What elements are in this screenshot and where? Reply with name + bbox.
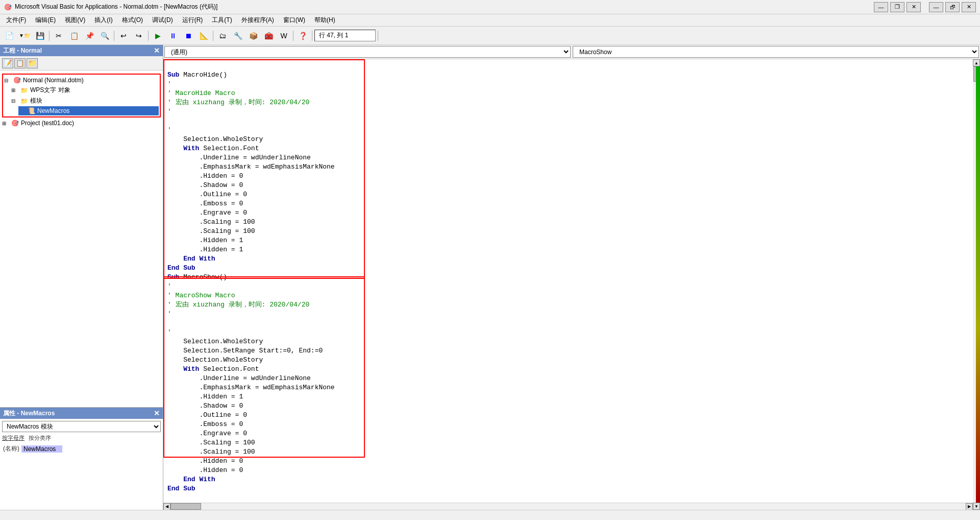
code-line-24: ' [167,282,172,290]
scroll-up-btn[interactable]: ▲ [973,59,980,66]
tb-word-basic[interactable]: W [277,29,291,42]
code-line-15: .Emboss = 0 [167,200,243,207]
vertical-scrollbar[interactable]: ▲ ▼ [973,59,980,510]
code-line-45: End With [167,476,215,483]
menu-file[interactable]: 文件(F) [2,15,30,26]
proj-view-object[interactable]: 📋 [14,58,26,68]
tb-reset[interactable]: ⏹ [181,29,195,42]
tb-proj-explorer[interactable]: 🗂 [215,29,230,42]
expander-project: ⊞ [2,121,9,126]
right-panel: (通用) MacroShow Sub MacroHide() ' ' Macro… [163,45,980,510]
code-line-21: End With [167,255,215,263]
properties-dropdown[interactable]: NewMacros 模块 [2,421,161,432]
tb-redo[interactable]: ↪ [132,29,146,42]
code-line-7: ' [167,126,172,134]
code-line-25: ' MacroShow Macro [167,292,235,299]
tb-help[interactable]: ❓ [296,29,310,42]
tb-sep-2 [114,31,114,41]
tb-props[interactable]: 🔧 [231,29,245,42]
menu-debug[interactable]: 调试(D) [148,15,177,26]
status-position: 行 47, 列 1 [314,30,376,41]
restore-button[interactable]: ❐ [890,2,904,12]
scroll-left-btn[interactable]: ◀ [163,503,170,510]
minimize-button-2[interactable]: — [929,2,943,12]
code-line-43: .Hidden = 0 [167,457,243,465]
scroll-right-btn[interactable]: ▶ [966,503,973,510]
code-scroll-area[interactable]: Sub MacroHide() ' ' MacroHide Macro ' 宏由… [163,59,973,503]
horizontal-scrollbar[interactable]: ◀ ▶ [163,503,973,510]
tb-sep-5 [293,31,293,41]
props-name-label: (名称) [3,444,19,453]
props-name-value: NewMacros [21,445,62,453]
code-line-29: ' [167,328,172,336]
title-bar-content: 🎯 Microsoft Visual Basic for Application… [4,3,217,11]
code-line-33: With Selection.Font [167,365,259,373]
code-line-13: .Shadow = 0 [167,181,243,189]
props-sort-row: 按字母序 按分类序 [2,434,161,442]
horiz-scroll-thumb[interactable] [170,503,201,510]
tb-paste[interactable]: 📌 [82,29,96,42]
restore-button-2[interactable]: 🗗 [945,2,960,12]
tb-obj-browser[interactable]: 📦 [246,29,260,42]
menu-bar: 文件(F) 编辑(E) 视图(V) 插入(I) 格式(O) 调试(D) 运行(R… [0,14,980,27]
project-label: Project (test01.doc) [21,120,74,127]
expander-wps: ⊞ [11,87,18,93]
expander-normal: ⊟ [4,78,11,83]
expander-newmacros [18,108,26,114]
menu-help[interactable]: 帮助(H) [310,15,339,26]
menu-addins[interactable]: 外接程序(A) [237,15,278,26]
project-tree[interactable]: ⊟ 🎯 Normal (Normal.dotm) ⊞ 📁 WPS文字 对象 ⊟ … [0,70,163,407]
menu-view[interactable]: 视图(V) [61,15,89,26]
code-line-16: .Engrave = 0 [167,209,247,217]
tb-sep-1 [49,31,50,41]
status-bar [0,510,980,520]
project-panel: 工程 - Normal ✕ 📝 📋 📁 ⊟ 🎯 Normal (Normal.d… [0,45,163,408]
tree-item-wps[interactable]: ⊞ 📁 WPS文字 对象 [11,85,159,96]
tb-open[interactable]: ▼📁 [17,29,32,42]
left-panel: 工程 - Normal ✕ 📝 📋 📁 ⊟ 🎯 Normal (Normal.d… [0,45,163,510]
menu-tools[interactable]: 工具(T) [208,15,236,26]
proj-toggle-folders[interactable]: 📁 [27,58,38,68]
app-icon: 🎯 [4,4,12,11]
code-line-4: ' 宏由 xiuzhang 录制，时间: 2020/04/20 [167,99,309,106]
code-line-26: ' 宏由 xiuzhang 录制，时间: 2020/04/20 [167,301,309,309]
code-content: Sub MacroHide() ' ' MacroHide Macro ' 宏由… [163,59,973,503]
tb-toolbox[interactable]: 🧰 [261,29,276,42]
tb-undo[interactable]: ↩ [116,29,131,42]
tree-item-newmacros[interactable]: 📜 NewMacros [18,106,159,115]
code-line-10: .Underline = wdUnderlineNone [167,154,311,161]
tb-new[interactable]: 📄 [2,29,16,42]
tb-find[interactable]: 🔍 [97,29,112,42]
close-button-2[interactable]: ✕ [962,2,976,12]
tb-cut[interactable]: ✂ [52,29,66,42]
menu-run[interactable]: 运行(R) [178,15,207,26]
menu-format[interactable]: 格式(O) [118,15,147,26]
horiz-scroll-track[interactable] [170,503,966,510]
minimize-button[interactable]: — [874,2,888,12]
tb-copy[interactable]: 📋 [67,29,81,42]
menu-insert[interactable]: 插入(I) [90,15,116,26]
code-line-38: .Outline = 0 [167,411,247,419]
code-dropdown-left[interactable]: (通用) [164,46,571,58]
close-button[interactable]: ✕ [906,2,921,12]
project-panel-close[interactable]: ✕ [154,46,160,55]
menu-edit[interactable]: 编辑(E) [31,15,60,26]
code-line-40: .Engrave = 0 [167,430,247,437]
tree-item-project[interactable]: ⊞ 🎯 Project (test01.doc) [2,119,161,128]
sort-category[interactable]: 按分类序 [29,434,51,442]
sort-alpha[interactable]: 按字母序 [2,434,24,442]
tree-item-modules[interactable]: ⊟ 📁 模块 [11,96,159,106]
tb-break[interactable]: ⏸ [166,29,180,42]
code-dropdown-right[interactable]: MacroShow [573,46,979,58]
code-line-31: Selection.SetRange Start:=0, End:=0 [167,347,323,354]
tb-design[interactable]: 📐 [197,29,211,42]
code-line-32: Selection.WholeStory [167,356,263,364]
tree-item-normal[interactable]: ⊟ 🎯 Normal (Normal.dotm) [4,76,159,85]
tb-save[interactable]: 💾 [33,29,47,42]
scroll-down-btn[interactable]: ▼ [973,503,980,510]
properties-panel-close[interactable]: ✕ [154,409,160,417]
menu-window[interactable]: 窗口(W) [279,15,309,26]
proj-view-code[interactable]: 📝 [2,58,13,68]
code-change-indicator [976,66,980,503]
tb-run[interactable]: ▶ [151,29,165,42]
